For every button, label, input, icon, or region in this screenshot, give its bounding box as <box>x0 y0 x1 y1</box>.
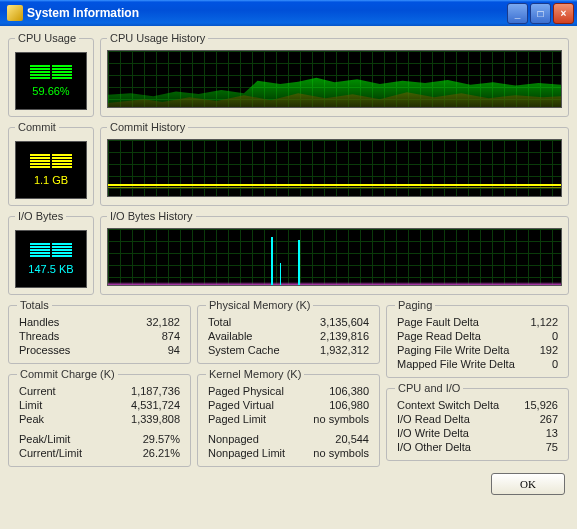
io-history-graph <box>107 228 562 286</box>
commit-history-box: Commit History <box>100 121 569 206</box>
maximize-button[interactable]: □ <box>530 3 551 24</box>
cpu-history-legend: CPU Usage History <box>107 32 208 44</box>
pm-avail-label: Available <box>208 329 252 343</box>
commit-box: Commit 1.1 GB <box>8 121 94 206</box>
cc-peak-value: 1,339,808 <box>131 412 180 426</box>
commit-meter: 1.1 GB <box>15 141 87 199</box>
window-title: System Information <box>27 6 507 20</box>
kernel-legend: Kernel Memory (K) <box>206 368 304 380</box>
km-npl-value: no symbols <box>313 446 369 460</box>
pg-mfw-value: 0 <box>552 357 558 371</box>
km-pp-value: 106,380 <box>329 384 369 398</box>
handles-label: Handles <box>19 315 59 329</box>
io-legend: I/O Bytes <box>15 210 66 222</box>
handles-value: 32,182 <box>146 315 180 329</box>
cpu-value: 59.66% <box>32 85 69 97</box>
ci-cs-label: Context Switch Delta <box>397 398 499 412</box>
cc-current-limit-value: 26.21% <box>143 446 180 460</box>
kernel-memory-group: Kernel Memory (K) Paged Physical106,380 … <box>197 368 380 467</box>
pm-cache-value: 1,932,312 <box>320 343 369 357</box>
processes-label: Processes <box>19 343 70 357</box>
pm-avail-value: 2,139,816 <box>320 329 369 343</box>
ci-ir-value: 267 <box>540 412 558 426</box>
cc-current-label: Current <box>19 384 56 398</box>
close-button[interactable]: × <box>553 3 574 24</box>
paging-group: Paging Page Fault Delta1,122 Page Read D… <box>386 299 569 378</box>
commit-value: 1.1 GB <box>34 174 68 186</box>
cc-limit-value: 4,531,724 <box>131 398 180 412</box>
content-area: CPU Usage 59.66% CPU Usage History Commi… <box>0 26 577 503</box>
processes-value: 94 <box>168 343 180 357</box>
km-np-label: Nonpaged <box>208 432 259 446</box>
cpu-history-graph <box>107 50 562 108</box>
pg-pfw-label: Paging File Write Delta <box>397 343 509 357</box>
cpuio-legend: CPU and I/O <box>395 382 463 394</box>
ci-iw-label: I/O Write Delta <box>397 426 469 440</box>
commit-charge-group: Commit Charge (K) Current1,187,736 Limit… <box>8 368 191 467</box>
threads-value: 874 <box>162 329 180 343</box>
pm-total-value: 3,135,604 <box>320 315 369 329</box>
titlebar[interactable]: System Information _ □ × <box>0 0 577 26</box>
cc-limit-label: Limit <box>19 398 42 412</box>
cc-peak-limit-value: 29.57% <box>143 432 180 446</box>
ok-button[interactable]: OK <box>491 473 565 495</box>
cc-current-value: 1,187,736 <box>131 384 180 398</box>
km-np-value: 20,544 <box>335 432 369 446</box>
ci-ir-label: I/O Read Delta <box>397 412 470 426</box>
physical-memory-group: Physical Memory (K) Total3,135,604 Avail… <box>197 299 380 364</box>
cc-current-limit-label: Current/Limit <box>19 446 82 460</box>
cpu-history-box: CPU Usage History <box>100 32 569 117</box>
pg-pr-label: Page Read Delta <box>397 329 481 343</box>
physical-legend: Physical Memory (K) <box>206 299 313 311</box>
io-meter: 147.5 KB <box>15 230 87 288</box>
totals-group: Totals Handles32,182 Threads874 Processe… <box>8 299 191 364</box>
ci-io-value: 75 <box>546 440 558 454</box>
commit-history-legend: Commit History <box>107 121 188 133</box>
ci-io-label: I/O Other Delta <box>397 440 471 454</box>
cc-peak-label: Peak <box>19 412 44 426</box>
cpu-io-group: CPU and I/O Context Switch Delta15,926 I… <box>386 382 569 461</box>
km-pp-label: Paged Physical <box>208 384 284 398</box>
paging-legend: Paging <box>395 299 435 311</box>
pg-pf-label: Page Fault Delta <box>397 315 479 329</box>
cc-peak-limit-label: Peak/Limit <box>19 432 70 446</box>
pm-cache-label: System Cache <box>208 343 280 357</box>
pg-mfw-label: Mapped File Write Delta <box>397 357 515 371</box>
ci-cs-value: 15,926 <box>524 398 558 412</box>
cpu-usage-legend: CPU Usage <box>15 32 79 44</box>
km-pv-value: 106,980 <box>329 398 369 412</box>
pg-pf-value: 1,122 <box>530 315 558 329</box>
app-icon <box>7 5 23 21</box>
commit-legend: Commit <box>15 121 59 133</box>
km-pl-label: Paged Limit <box>208 412 266 426</box>
pg-pfw-value: 192 <box>540 343 558 357</box>
commit-charge-legend: Commit Charge (K) <box>17 368 118 380</box>
pm-total-label: Total <box>208 315 231 329</box>
pg-pr-value: 0 <box>552 329 558 343</box>
minimize-button[interactable]: _ <box>507 3 528 24</box>
km-pl-value: no symbols <box>313 412 369 426</box>
cpu-usage-box: CPU Usage 59.66% <box>8 32 94 117</box>
threads-label: Threads <box>19 329 59 343</box>
io-value: 147.5 KB <box>28 263 73 275</box>
totals-legend: Totals <box>17 299 52 311</box>
ci-iw-value: 13 <box>546 426 558 440</box>
commit-history-graph <box>107 139 562 197</box>
km-pv-label: Paged Virtual <box>208 398 274 412</box>
io-box: I/O Bytes 147.5 KB <box>8 210 94 295</box>
io-history-box: I/O Bytes History <box>100 210 569 295</box>
io-history-legend: I/O Bytes History <box>107 210 196 222</box>
km-npl-label: Nonpaged Limit <box>208 446 285 460</box>
cpu-meter: 59.66% <box>15 52 87 110</box>
